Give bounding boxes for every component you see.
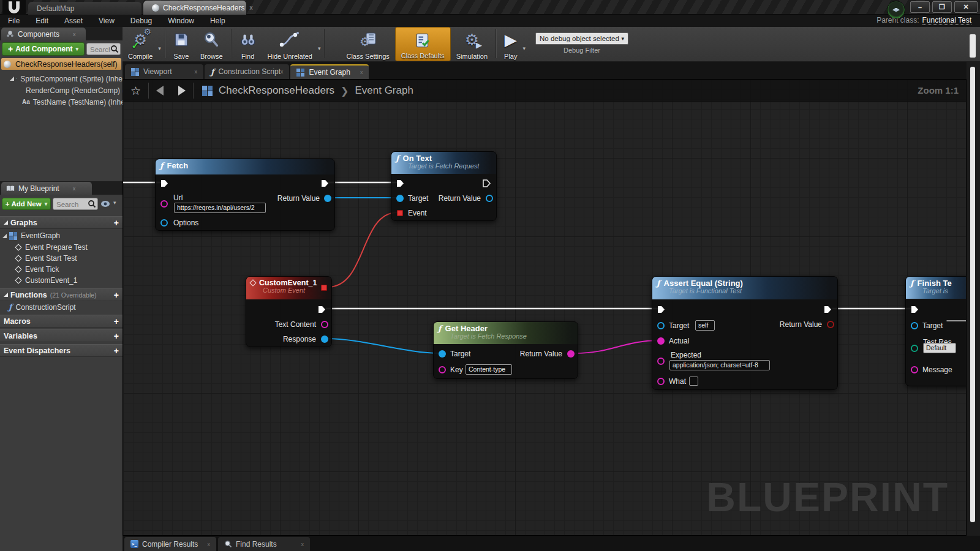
target-pin[interactable]: [911, 322, 918, 329]
what-pin[interactable]: [657, 378, 665, 385]
minimize-button[interactable]: –: [910, 1, 930, 13]
class-settings-button[interactable]: ⚙ Class Settings: [341, 27, 394, 61]
event-graph-canvas[interactable]: BLUEPRINT ƒFetch Return Value Url https:…: [123, 79, 967, 536]
options-pin[interactable]: [160, 219, 168, 227]
debug-object-dropdown[interactable]: No debug object selected ▾: [535, 32, 628, 45]
menu-debug[interactable]: Debug: [123, 17, 160, 25]
eye-filter-icon[interactable]: [100, 200, 111, 208]
breadcrumb-current[interactable]: Event Graph: [355, 84, 413, 97]
add-variable-icon[interactable]: +: [114, 331, 119, 341]
event-dispatchers-section-header[interactable]: Event Dispatchers +: [0, 344, 123, 357]
expected-value-box[interactable]: application/json; charset=utf-8: [669, 360, 770, 370]
text-content-pin[interactable]: [321, 321, 328, 328]
node-header[interactable]: ƒOn Text Target is Fetch Request: [391, 152, 496, 174]
node-assert-equal[interactable]: ƒAssert Equal (String) Target is Functio…: [652, 276, 838, 390]
expander-icon[interactable]: [10, 77, 14, 81]
scrollbar-top[interactable]: [970, 34, 976, 58]
simulation-button[interactable]: ⚙ ▶ Simulation: [451, 27, 493, 61]
find-button[interactable]: Find: [234, 27, 262, 61]
close-icon[interactable]: x: [249, 4, 252, 11]
menu-edit[interactable]: Edit: [28, 17, 56, 25]
forward-arrow-icon[interactable]: [178, 86, 186, 96]
close-icon[interactable]: x: [281, 69, 284, 75]
graphs-section-header[interactable]: Graphs +: [0, 216, 123, 229]
target-pin[interactable]: [657, 322, 665, 329]
exec-out-pin[interactable]: [824, 305, 832, 313]
tab-compiler-results[interactable]: >_ Compiler Results x: [124, 537, 216, 551]
close-icon[interactable]: x: [301, 541, 304, 547]
url-pin[interactable]: [160, 200, 168, 208]
maximize-button[interactable]: ❐: [932, 1, 952, 13]
hide-unrelated-dropdown-caret[interactable]: ▾: [318, 45, 321, 51]
return-value-pin[interactable]: [827, 321, 834, 328]
node-header[interactable]: ƒFetch: [156, 159, 334, 174]
component-self-row[interactable]: CheckResponseHeaders(self): [1, 58, 121, 70]
compile-dropdown-caret[interactable]: ▾: [158, 45, 161, 51]
functions-section-header[interactable]: Functions (21 Overridable) +: [0, 288, 123, 301]
actual-pin[interactable]: [657, 337, 665, 345]
back-arrow-icon[interactable]: [156, 86, 164, 96]
target-pin[interactable]: [396, 195, 404, 202]
component-row-testname[interactable]: Aa TestName (TestName) (Inher: [0, 96, 123, 108]
node-fetch[interactable]: ƒFetch Return Value Url https://reqres.i…: [155, 159, 335, 231]
compile-button[interactable]: ⚙ ⚙ ✓ Compile: [123, 27, 158, 61]
close-icon[interactable]: x: [73, 31, 76, 37]
tab-find-results[interactable]: Find Results x: [218, 537, 310, 551]
component-row-sprite[interactable]: SpriteComponent (Sprite) (Inhe: [0, 73, 123, 84]
url-value-box[interactable]: https://reqres.in/api/users/2: [174, 203, 266, 213]
scrollbar-track[interactable]: [967, 62, 980, 536]
menu-help[interactable]: Help: [202, 17, 233, 25]
exec-in-pin[interactable]: [657, 305, 666, 313]
menu-window[interactable]: Window: [160, 17, 202, 25]
delegate-out-pin[interactable]: [321, 285, 327, 291]
parent-class-link[interactable]: Functional Test: [922, 16, 972, 25]
node-header[interactable]: ƒFinish Te Target is: [906, 277, 967, 299]
key-pin[interactable]: [439, 366, 446, 373]
event-row[interactable]: Event Prepare Test: [15, 243, 88, 252]
close-icon[interactable]: x: [195, 69, 198, 75]
variables-section-header[interactable]: Variables +: [0, 329, 123, 342]
save-button[interactable]: Save: [168, 27, 195, 61]
star-icon[interactable]: ☆: [123, 84, 148, 98]
exec-out-pin[interactable]: [318, 305, 326, 313]
exec-in-pin[interactable]: [160, 179, 169, 187]
play-button[interactable]: ▶ Play: [499, 27, 522, 61]
expander-icon[interactable]: [2, 234, 7, 238]
eventgraph-row[interactable]: EventGraph: [2, 231, 60, 240]
exec-out-pin[interactable]: [321, 179, 330, 187]
what-value-box[interactable]: [689, 377, 698, 386]
add-graph-icon[interactable]: +: [114, 218, 119, 228]
add-new-button[interactable]: + Add New ▾: [2, 198, 51, 210]
return-value-pin[interactable]: [324, 195, 331, 202]
tab-construction-script[interactable]: ƒ Construction Script x: [205, 64, 289, 79]
event-row[interactable]: Event Start Test: [15, 254, 77, 263]
exec-in-pin[interactable]: [396, 179, 405, 187]
event-delegate-pin[interactable]: [397, 210, 403, 216]
construction-script-row[interactable]: ƒ ConstructionScript: [9, 302, 76, 312]
node-header[interactable]: CustomEvent_1 Custom Event: [246, 277, 331, 299]
node-on-text[interactable]: ƒOn Text Target is Fetch Request Target …: [391, 151, 497, 221]
breadcrumb-root[interactable]: CheckResponseHeaders: [219, 84, 334, 97]
target-value-box[interactable]: self: [695, 320, 715, 331]
my-blueprint-tab[interactable]: My Blueprint x: [1, 182, 92, 195]
doc-tab-checkresponseheaders[interactable]: CheckResponseHeaders x: [143, 1, 246, 15]
add-component-button[interactable]: + Add Component ▾: [2, 42, 85, 56]
close-icon[interactable]: x: [360, 69, 363, 75]
menu-file[interactable]: File: [0, 17, 28, 25]
eye-dropdown-caret[interactable]: ▾: [113, 200, 116, 206]
browse-button[interactable]: Browse: [195, 27, 228, 61]
node-custom-event[interactable]: CustomEvent_1 Custom Event Text Content …: [246, 276, 332, 347]
menu-view[interactable]: View: [91, 17, 123, 25]
target-pin[interactable]: [439, 350, 446, 358]
close-icon[interactable]: x: [73, 186, 76, 192]
node-get-header[interactable]: ƒGet Header Target is Fetch Response Tar…: [433, 321, 578, 379]
test-result-pin[interactable]: [911, 345, 918, 352]
play-dropdown-caret[interactable]: ▾: [522, 45, 526, 51]
tab-event-graph[interactable]: Event Graph x: [290, 64, 369, 79]
menu-asset[interactable]: Asset: [56, 17, 91, 25]
target-value-box[interactable]: [946, 320, 967, 321]
hide-unrelated-button[interactable]: Hide Unrelated: [262, 27, 318, 61]
response-pin[interactable]: [321, 335, 328, 343]
return-value-pin[interactable]: [567, 350, 575, 358]
component-row-rendercomp[interactable]: RenderComp (RenderComp) (: [0, 84, 123, 96]
